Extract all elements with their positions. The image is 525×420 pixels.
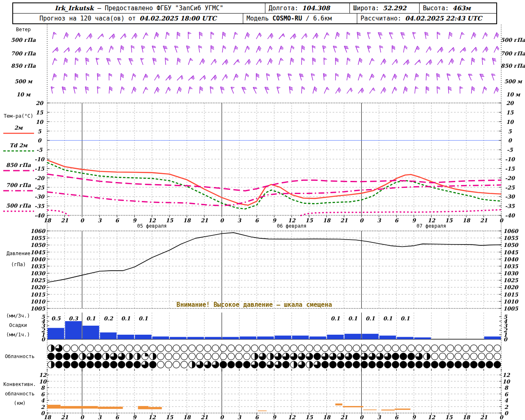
meteogram-canvas: [0, 0, 525, 420]
meteogram-screen: Irk_Irkutsk — Предоставлено ФГБУ "ЗапСиб…: [0, 0, 525, 420]
